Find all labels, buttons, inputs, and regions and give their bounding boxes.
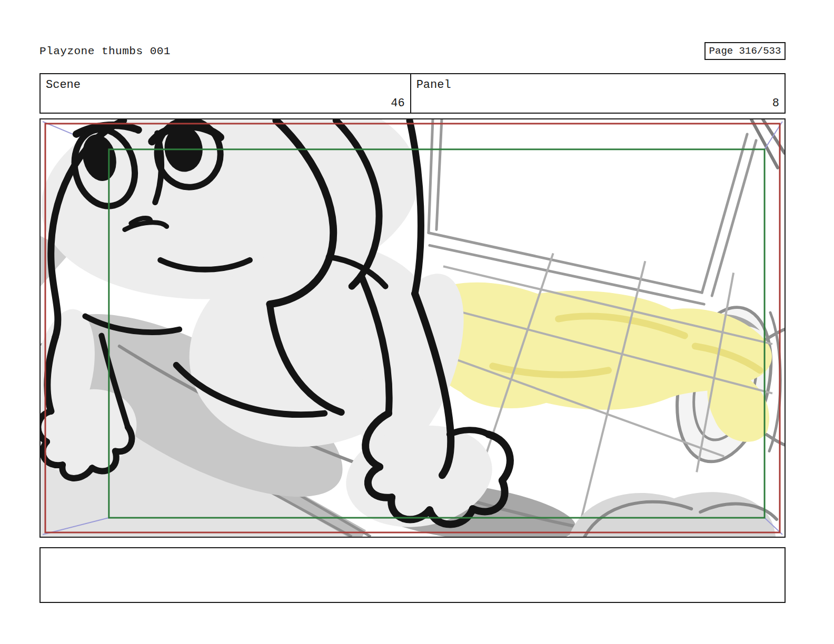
scene-panel-table: Scene 46 Panel 8 <box>39 73 786 114</box>
spilled-puddle <box>421 283 772 442</box>
hand-top-edge <box>450 430 489 434</box>
notes-box <box>39 547 786 603</box>
panel-label: Panel <box>416 78 451 92</box>
panel-cell: Panel 8 <box>411 74 785 113</box>
storyboard-sheet: Playzone thumbs 001 Page 316/533 Scene 4… <box>0 0 834 644</box>
storyboard-panel <box>39 118 786 538</box>
document-title: Playzone thumbs 001 <box>39 45 171 57</box>
storyboard-drawing <box>41 119 785 537</box>
panel-number: 8 <box>772 97 779 110</box>
scene-label: Scene <box>46 78 81 92</box>
page-number-box: Page 316/533 <box>704 42 786 60</box>
scene-number: 46 <box>391 97 404 110</box>
page-number: Page 316/533 <box>709 45 781 57</box>
scene-cell: Scene 46 <box>41 74 411 113</box>
